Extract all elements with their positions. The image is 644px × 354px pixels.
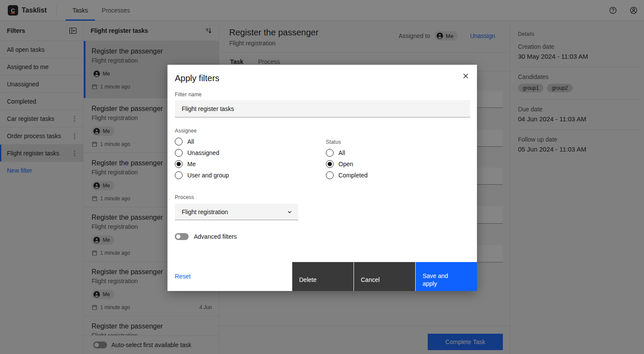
radio-checked-icon (175, 160, 183, 168)
filter-name-input[interactable] (175, 100, 470, 117)
status-group-label: Status (326, 139, 368, 145)
save-and-apply-button[interactable]: Save and apply (415, 262, 477, 291)
radio-icon (326, 171, 334, 179)
assignee-option-unassigned[interactable]: Unassigned (175, 149, 229, 157)
radio-icon (175, 149, 183, 157)
advanced-filters-row: Advanced filters (175, 233, 237, 240)
assignee-group-label: Assignee (175, 128, 229, 134)
process-select[interactable]: Flight registration (175, 204, 298, 220)
assignee-option-user-and-group[interactable]: User and group (175, 171, 229, 179)
modal-buttons: Delete Cancel Save and apply (292, 262, 477, 291)
assignee-radio-group: Assignee All Unassigned Me User and grou… (175, 128, 229, 183)
process-select-value: Flight registration (182, 209, 228, 215)
assignee-option-all[interactable]: All (175, 138, 229, 145)
radio-icon (175, 171, 183, 179)
tasklist-app: C Tasklist Tasks Processes (0, 0, 644, 354)
close-icon (462, 73, 469, 79)
cancel-button[interactable]: Cancel (354, 262, 415, 291)
chevron-down-icon (287, 209, 292, 215)
process-label: Process (175, 194, 194, 200)
modal-title: Apply filters (175, 73, 219, 83)
status-option-open[interactable]: Open (326, 160, 368, 168)
status-option-all[interactable]: All (326, 149, 368, 157)
radio-checked-icon (326, 160, 334, 168)
radio-icon (175, 138, 183, 145)
status-option-completed[interactable]: Completed (326, 171, 368, 179)
filter-name-label: Filter name (175, 92, 202, 98)
radio-icon (326, 149, 334, 157)
apply-filters-modal: Apply filters Filter name Assignee All U… (167, 65, 477, 291)
status-radio-group: Status All Open Completed (326, 139, 368, 183)
close-modal-button[interactable] (461, 72, 470, 80)
reset-link[interactable]: Reset (175, 273, 191, 280)
delete-button[interactable]: Delete (292, 262, 354, 291)
advanced-filters-label: Advanced filters (194, 233, 237, 240)
advanced-filters-toggle[interactable] (175, 233, 189, 240)
modal-footer: Reset Delete Cancel Save and apply (167, 262, 477, 291)
assignee-option-me[interactable]: Me (175, 160, 229, 168)
